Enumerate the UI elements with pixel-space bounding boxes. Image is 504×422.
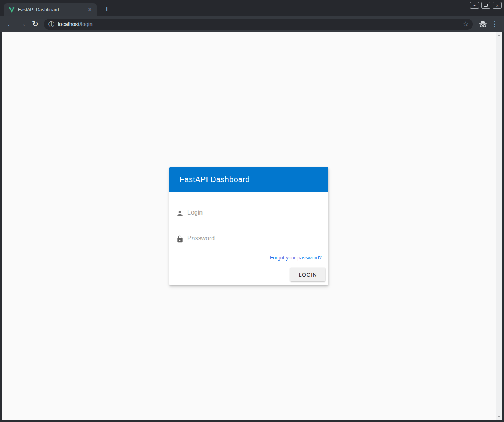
scrollbar-down-icon[interactable] — [497, 416, 500, 418]
forgot-password-link[interactable]: Forgot your password? — [270, 255, 322, 261]
minimize-button[interactable]: − — [470, 2, 479, 9]
login-button[interactable]: LOGIN — [290, 268, 325, 281]
maximize-icon — [484, 4, 488, 7]
url-host: localhost — [58, 21, 79, 27]
login-card-body: Forgot your password? LOGIN — [169, 192, 328, 285]
login-field-row — [176, 207, 322, 219]
login-card: FastAPI Dashboard Forgot your passwo — [169, 167, 328, 285]
vue-favicon-icon — [9, 7, 15, 13]
forward-button[interactable]: → — [16, 18, 29, 30]
address-bar[interactable]: ⓘ localhost/login ☆ — [44, 19, 473, 30]
page-scrollbar[interactable] — [496, 32, 502, 420]
forgot-password-row: Forgot your password? — [176, 254, 322, 261]
site-info-icon[interactable]: ⓘ — [48, 21, 54, 27]
back-button[interactable]: ← — [4, 18, 16, 30]
login-input[interactable] — [187, 207, 322, 219]
browser-toolbar: ← → ↻ ⓘ localhost/login ☆ ⋮ — [0, 16, 504, 32]
reload-button[interactable]: ↻ — [29, 18, 41, 30]
close-button[interactable]: × — [493, 2, 502, 9]
tab-strip: FastAPI Dashboard × + − × — [0, 0, 504, 16]
browser-tab[interactable]: FastAPI Dashboard × — [4, 3, 97, 16]
browser-window: FastAPI Dashboard × + − × ← → ↻ ⓘ localh… — [0, 0, 504, 422]
lock-icon — [176, 235, 184, 243]
login-card-header: FastAPI Dashboard — [169, 167, 328, 192]
new-tab-button[interactable]: + — [102, 4, 112, 14]
bookmark-star-icon[interactable]: ☆ — [463, 21, 469, 27]
scrollbar-up-icon[interactable] — [497, 34, 500, 36]
browser-menu-icon[interactable]: ⋮ — [489, 19, 500, 30]
login-button-row: LOGIN — [176, 268, 325, 281]
incognito-icon — [478, 21, 488, 27]
password-input[interactable] — [187, 233, 322, 245]
login-card-title: FastAPI Dashboard — [179, 175, 250, 184]
page-content: FastAPI Dashboard Forgot your passwo — [2, 32, 502, 420]
url-text: localhost/login — [58, 21, 93, 27]
tab-title: FastAPI Dashboard — [18, 7, 83, 13]
person-icon — [176, 209, 184, 217]
url-path: /login — [79, 21, 92, 27]
maximize-button[interactable] — [481, 2, 490, 9]
window-controls: − × — [470, 2, 502, 9]
password-field-row — [176, 233, 322, 245]
tab-close-icon[interactable]: × — [86, 6, 93, 13]
